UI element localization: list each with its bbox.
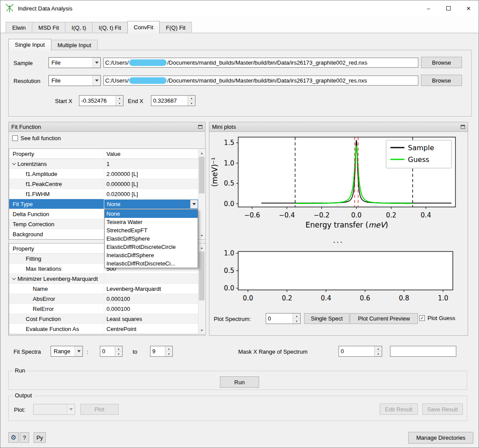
checkbox-box[interactable] — [419, 315, 425, 321]
property-value-cell[interactable]: None — [104, 199, 198, 209]
scroll-down-icon[interactable]: ▼ — [198, 327, 205, 334]
edit-result-button[interactable]: Edit Result — [380, 403, 418, 415]
spin-up-icon[interactable]: ▲ — [165, 346, 172, 352]
input-tab-single-input[interactable]: Single Input — [8, 39, 51, 51]
sample-path-input[interactable]: C:/Users/ /Documents/mantid_builds/Maste… — [103, 58, 418, 68]
property-name-cell[interactable]: Cost Function — [9, 314, 104, 324]
property-name-cell[interactable]: Fitting — [9, 254, 104, 263]
property-row-minimizer-levenberg-marquardt[interactable]: Minimizer Levenberg-Marquardt — [9, 274, 198, 284]
property-value-cell[interactable]: 0.000100 — [104, 294, 198, 303]
tab-elwin[interactable]: Elwin — [6, 22, 32, 33]
scroll-down-icon[interactable]: ▼ — [198, 232, 205, 239]
end-x-spinbox[interactable]: 0.323687 ▲ ▼ — [151, 95, 195, 106]
undock-panel-icon[interactable] — [461, 125, 465, 129]
mask-spectrum-spinbox[interactable]: 0 ▲ ▼ — [339, 346, 382, 357]
spectra-from-spinbox[interactable]: 0 ▲ ▼ — [100, 346, 123, 357]
plot-guess-checkbox[interactable]: Plot Guess — [419, 315, 455, 321]
property-row-abserror[interactable]: AbsError0.000100 — [9, 294, 198, 304]
python-button[interactable]: Py — [34, 432, 46, 443]
property-name-cell[interactable]: f1.PeakCentre — [9, 179, 104, 189]
resolution-browse-button[interactable]: Browse — [421, 75, 462, 86]
fit-type-option-teixeira-water[interactable]: Teixeira Water — [105, 218, 198, 226]
expand-chevron-icon[interactable] — [12, 161, 16, 165]
settings-button[interactable]: ⚙ — [8, 432, 19, 443]
property-name-cell[interactable]: Lorentzians — [9, 159, 104, 169]
fit-type-combobox[interactable]: None — [104, 200, 198, 209]
spin-down-icon[interactable]: ▼ — [115, 352, 122, 356]
tab-i-q-t-fit[interactable]: I(Q, t) Fit — [92, 22, 127, 33]
plot-spectrum-spinbox[interactable]: 0 ▲ ▼ — [266, 313, 301, 324]
property-name-cell[interactable]: f1.FWHM — [9, 189, 104, 199]
property-name-cell[interactable]: Max Iterations — [9, 264, 104, 273]
plot-single-spectrum-button[interactable]: Single Spect — [304, 313, 349, 324]
manage-directories-button[interactable]: Manage Directories — [408, 432, 473, 444]
property-row-f1-amplitude[interactable]: f1.Amplitude2.000000 [L] — [9, 169, 198, 179]
input-tab-multiple-input[interactable]: Multiple Input — [51, 40, 98, 50]
property-name-cell[interactable]: Fit Type — [9, 199, 104, 209]
property-row-relerror[interactable]: RelError0.000100 — [9, 304, 198, 314]
tab-f-q-fit[interactable]: F(Q) Fit — [159, 22, 192, 33]
output-plot-combobox[interactable] — [33, 404, 75, 415]
save-result-button[interactable]: Save Result — [422, 403, 463, 415]
fit-type-option-inelasticdiffrotdiscreteci[interactable]: InelasticDiffRotDiscreteCi... — [105, 259, 198, 268]
sample-source-combobox[interactable]: File — [48, 57, 101, 68]
property-name-cell[interactable]: Background — [9, 229, 104, 239]
spectra-to-spinbox[interactable]: 9 ▲ ▼ — [150, 346, 173, 357]
expand-chevron-icon[interactable] — [12, 276, 16, 279]
property-name-cell[interactable]: RelError — [9, 304, 104, 314]
run-button[interactable]: Run — [220, 376, 259, 388]
spin-up-icon[interactable]: ▲ — [115, 346, 122, 352]
checkbox-box[interactable] — [12, 135, 18, 141]
property-table-scrollbar[interactable]: ▲ ▼ — [198, 244, 205, 334]
property-value-cell[interactable]: 2.000000 [L] — [104, 169, 198, 179]
property-name-cell[interactable]: Name — [9, 284, 104, 293]
spin-up-icon[interactable]: ▲ — [116, 96, 123, 101]
maximize-button[interactable] — [438, 0, 458, 16]
property-table-scrollbar[interactable]: ▲ ▼ — [198, 149, 205, 239]
spin-up-icon[interactable]: ▲ — [375, 346, 382, 352]
scrollbar-thumb[interactable] — [199, 252, 205, 300]
plot-current-preview-button[interactable]: Plot Current Preview — [350, 313, 418, 324]
property-name-cell[interactable]: Minimizer Levenberg-Marquardt — [9, 274, 104, 283]
property-row-name[interactable]: NameLevenberg-Marquardt — [9, 284, 198, 294]
spin-down-icon[interactable]: ▼ — [375, 352, 382, 356]
property-value-cell[interactable]: 0.000000 [L] — [104, 179, 198, 189]
undock-panel-icon[interactable] — [198, 125, 202, 129]
fit-type-option-none[interactable]: None — [105, 210, 198, 218]
resolution-source-combobox[interactable]: File — [48, 75, 101, 86]
spin-down-icon[interactable]: ▼ — [293, 319, 300, 324]
property-row-evaluate-function-as[interactable]: Evaluate Function AsCentrePoint — [9, 324, 198, 334]
fit-type-option-stretchedexpft[interactable]: StretchedExpFT — [105, 226, 198, 234]
scrollbar-thumb[interactable] — [199, 157, 205, 193]
spin-up-icon[interactable]: ▲ — [293, 314, 300, 319]
sample-browse-button[interactable]: Browse — [421, 57, 462, 68]
property-value-cell[interactable] — [104, 274, 198, 283]
property-row-f1-fwhm[interactable]: f1.FWHM0.020000 [L] — [9, 189, 198, 199]
fit-type-option-inelasticdiffsphere[interactable]: InelasticDiffSphere — [105, 251, 198, 259]
property-value-cell[interactable]: Least squares — [104, 314, 198, 324]
spin-up-icon[interactable]: ▲ — [188, 96, 195, 101]
scroll-up-icon[interactable]: ▲ — [198, 244, 205, 251]
property-row-lorentzians[interactable]: Lorentzians1 — [9, 159, 198, 169]
fit-function-panel-header[interactable]: Fit Function — [9, 122, 205, 132]
tab-msd-fit[interactable]: MSD Fit — [32, 22, 65, 33]
property-name-cell[interactable]: AbsError — [9, 294, 104, 303]
fit-type-option-elasticdiffsphere[interactable]: ElasticDiffSphere — [105, 234, 198, 243]
property-value-cell[interactable]: 0.020000 [L] — [104, 189, 198, 199]
spin-down-icon[interactable]: ▼ — [116, 101, 123, 106]
tab-convfit[interactable]: ConvFit — [127, 21, 160, 34]
start-x-spinbox[interactable]: -0.352476 ▲ ▼ — [79, 95, 123, 106]
property-row-fit-type[interactable]: Fit TypeNone — [9, 199, 198, 209]
property-name-cell[interactable]: Evaluate Function As — [9, 324, 104, 334]
close-button[interactable]: ✕ — [458, 0, 479, 16]
property-value-cell[interactable]: 1 — [104, 159, 198, 169]
fit-type-option-elasticdiffrotdiscretecircle[interactable]: ElasticDiffRotDiscreteCircle — [105, 243, 198, 251]
spin-down-icon[interactable]: ▼ — [188, 101, 195, 106]
property-name-cell[interactable]: Temp Correction — [9, 219, 104, 229]
property-name-cell[interactable]: Delta Function — [9, 209, 104, 219]
splitter-handle[interactable]: ··· — [209, 238, 468, 246]
fit-spectra-mode-combobox[interactable]: Range — [51, 346, 83, 357]
see-full-function-checkbox[interactable]: See full function — [12, 135, 61, 141]
property-value-cell[interactable]: 0.000100 — [104, 304, 198, 314]
resolution-path-input[interactable]: C:/Users/ /Documents/mantid_builds/Maste… — [103, 76, 418, 86]
